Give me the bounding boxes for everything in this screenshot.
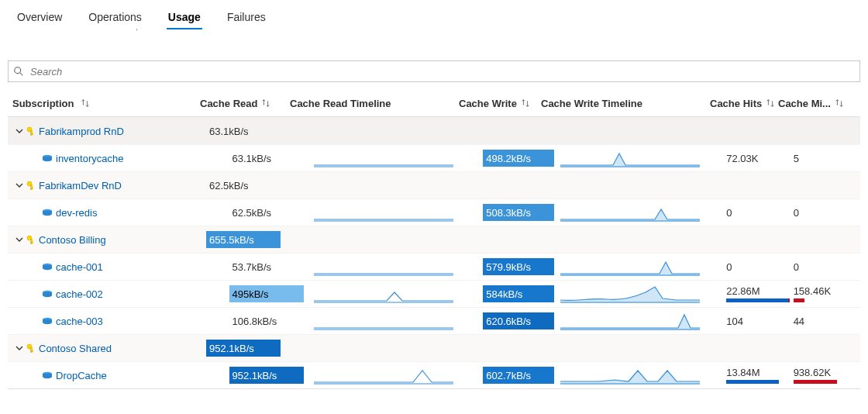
cache-row[interactable]: dev-redis62.5kB/s508.3kB/s00 (8, 198, 860, 226)
metric-value: 498.2kB/s (483, 150, 554, 167)
cache-miss-value: 158.46K (794, 285, 860, 297)
spark-line (314, 312, 453, 330)
subscription-link[interactable]: Fabrikamprod RnD (39, 126, 124, 137)
redis-cache-icon (42, 317, 53, 325)
metric-value: 602.7kB/s (483, 367, 554, 384)
key-icon (26, 126, 36, 136)
redis-cache-icon (42, 371, 53, 379)
sort-icon (834, 98, 845, 109)
group-row[interactable]: Contoso Shared952.1kB/s (8, 334, 860, 361)
col-header-cache-misses[interactable]: Cache Mi... (778, 98, 846, 109)
cache-hits-value: 22.86M (726, 285, 793, 297)
chevron-down-icon[interactable] (16, 344, 23, 352)
cache-hits-value: 104 (726, 316, 793, 327)
svg-rect-28 (32, 350, 33, 352)
key-icon (26, 181, 36, 190)
spark-line (314, 366, 453, 385)
spark-line (314, 203, 453, 222)
spark-line (560, 149, 700, 167)
chevron-down-icon[interactable] (16, 236, 23, 243)
cache-row[interactable]: DropCache952.1kB/s602.7kB/s13.84M938.62K (8, 361, 860, 388)
col-header-cache-read[interactable]: Cache Read (200, 98, 271, 109)
tab-usage[interactable]: Usage (167, 8, 202, 29)
sort-icon (260, 98, 271, 109)
col-header-cache-write-timeline-label: Cache Write Timeline (541, 98, 642, 109)
metric-value: 62.5kB/s (229, 204, 272, 221)
spark-line (560, 366, 700, 385)
redis-cache-icon (42, 209, 53, 216)
cache-link[interactable]: DropCache (56, 370, 107, 381)
group-row[interactable]: Contoso Billing655.5kB/s (8, 226, 860, 253)
metric-value: 63.1kB/s (206, 122, 249, 140)
key-icon (26, 235, 36, 244)
col-header-cache-read-timeline-label: Cache Read Timeline (290, 98, 391, 109)
sort-icon (80, 98, 91, 109)
svg-line-1 (20, 73, 23, 76)
mini-bar (794, 380, 857, 384)
metric-value: 579.9kB/s (483, 258, 554, 275)
col-header-cache-hits[interactable]: Cache Hits (710, 98, 778, 109)
metric-value: 106.8kB/s (229, 312, 277, 329)
group-row[interactable]: Fabrikamprod RnD63.1kB/s (8, 117, 860, 144)
col-header-cache-read-label: Cache Read (200, 98, 257, 109)
metric-value: 620.6kB/s (483, 312, 554, 329)
cache-miss-value: 0 (794, 207, 860, 219)
metric-value: 952.1kB/s (229, 367, 304, 384)
group-row[interactable]: FabrikamDev RnD62.5kB/s (8, 171, 860, 198)
tab-operations[interactable]: Operations (87, 8, 143, 29)
col-header-cache-misses-label: Cache Mi... (778, 98, 831, 109)
svg-rect-4 (32, 133, 33, 135)
cache-miss-value: 938.62K (794, 367, 860, 378)
metric-value: 495kB/s (229, 285, 304, 302)
col-header-cache-read-timeline[interactable]: Cache Read Timeline (290, 98, 391, 109)
cache-miss-value: 44 (794, 316, 860, 327)
spark-line (314, 149, 453, 167)
redis-cache-icon (42, 263, 53, 271)
spark-line (560, 312, 700, 330)
tab-failures[interactable]: Failures (226, 8, 267, 29)
chevron-down-icon[interactable] (16, 181, 23, 189)
col-header-cache-write-timeline[interactable]: Cache Write Timeline (541, 98, 642, 109)
metric-value: 584kB/s (483, 285, 554, 302)
chevron-down-icon[interactable] (16, 127, 23, 135)
subscription-link[interactable]: Contoso Shared (39, 343, 112, 354)
search-input[interactable] (29, 65, 855, 78)
tab-overview[interactable]: Overview (16, 8, 64, 29)
cache-link[interactable]: dev-redis (56, 207, 97, 219)
cache-hits-value: 0 (726, 207, 793, 219)
cache-table: Subscription Cache Read Cache Read Timel… (8, 90, 860, 389)
svg-rect-16 (32, 242, 33, 243)
cache-link[interactable]: cache-002 (56, 288, 103, 300)
metric-value: 508.3kB/s (483, 204, 554, 221)
spark-line (560, 257, 700, 276)
subscription-link[interactable]: Contoso Billing (39, 234, 106, 246)
spark-line (560, 203, 700, 222)
cache-link[interactable]: cache-001 (56, 261, 103, 273)
sort-icon (520, 98, 531, 109)
table-header-row: Subscription Cache Read Cache Read Timel… (8, 90, 860, 117)
col-header-cache-write[interactable]: Cache Write (459, 98, 531, 109)
subscription-link[interactable]: FabrikamDev RnD (39, 180, 122, 191)
metric-value: 952.1kB/s (206, 340, 281, 357)
cache-row[interactable]: cache-002495kB/s584kB/s22.86M158.46K (8, 280, 860, 307)
key-icon (26, 343, 36, 353)
col-header-subscription[interactable]: Subscription (12, 98, 91, 109)
cache-link[interactable]: inventorycache (56, 153, 123, 164)
search-box[interactable] (8, 60, 860, 82)
cache-miss-value: 5 (794, 153, 860, 164)
sort-icon (765, 98, 776, 109)
metric-value: 655.5kB/s (206, 231, 281, 248)
cache-row[interactable]: cache-00153.7kB/s579.9kB/s00 (8, 253, 860, 280)
cache-hits-value: 0 (726, 261, 793, 273)
spark-line (314, 257, 453, 276)
cache-row[interactable]: inventorycache63.1kB/s498.2kB/s72.03K5 (8, 144, 860, 171)
mini-bar (726, 298, 790, 302)
cache-link[interactable]: cache-003 (56, 316, 103, 327)
cache-row[interactable]: cache-003106.8kB/s620.6kB/s10444 (8, 307, 860, 334)
mini-bar (726, 380, 790, 384)
col-header-subscription-label: Subscription (12, 98, 74, 109)
col-header-cache-hits-label: Cache Hits (710, 98, 762, 109)
svg-point-0 (15, 67, 21, 74)
spark-line (560, 285, 700, 303)
col-header-cache-write-label: Cache Write (459, 98, 517, 109)
